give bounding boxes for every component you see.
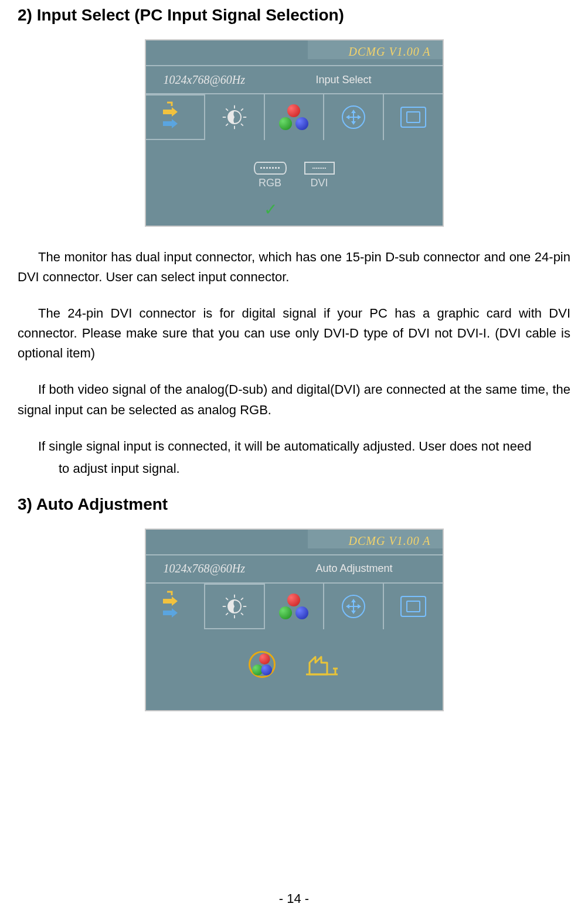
svg-line-6 — [241, 124, 243, 126]
position-icon — [324, 94, 384, 140]
check-icon: ✓ — [99, 200, 443, 217]
brightness-icon-2 — [205, 584, 265, 629]
svg-line-5 — [226, 108, 228, 111]
osd-main-icons — [146, 94, 443, 140]
section-3-heading: 3) Auto Adjustment — [18, 495, 570, 514]
section-2-heading: 2) Input Select (PC Input Signal Selecti… — [18, 6, 570, 25]
factory-reset-icon — [305, 651, 340, 678]
svg-line-17 — [241, 598, 243, 600]
rgb-label: RGB — [254, 177, 287, 189]
svg-line-16 — [226, 613, 228, 615]
osd-menu-title-2: Auto Adjustment — [316, 562, 393, 575]
brightness-icon — [205, 94, 265, 140]
osd-menu-title: Input Select — [316, 74, 372, 86]
position-icon-2 — [324, 584, 384, 629]
osd-screenshot-1: DCMG V1.00 A 1024x768@60Hz Input Select — [18, 39, 570, 227]
input-select-icon — [146, 94, 206, 140]
settings-icon — [384, 94, 443, 140]
svg-line-15 — [241, 613, 243, 615]
osd-resolution-2: 1024x768@60Hz — [164, 562, 316, 575]
dvi-label: DVI — [304, 177, 335, 189]
paragraph-3: If both video signal of the analog(D-sub… — [18, 380, 570, 420]
paragraph-4a: If single signal input is connected, it … — [18, 437, 570, 456]
osd-version-2: DCMG V1.00 A — [349, 534, 431, 548]
svg-line-7 — [226, 124, 228, 126]
color-icon-2 — [265, 584, 325, 629]
osd-screenshot-2: DCMG V1.00 A 1024x768@60Hz Auto Adjustme… — [18, 529, 570, 711]
dvi-option: DVI — [304, 162, 335, 189]
color-icon — [265, 94, 325, 140]
svg-line-14 — [226, 598, 228, 600]
paragraph-2: The 24-pin DVI connector is for digital … — [18, 304, 570, 363]
osd-main-icons-2 — [146, 584, 443, 629]
auto-color-icon — [249, 651, 276, 678]
input-select-icon-2 — [146, 584, 206, 629]
svg-line-8 — [241, 108, 243, 111]
page-number: - 14 - — [0, 891, 588, 906]
rgb-option: RGB — [254, 162, 287, 189]
osd-version: DCMG V1.00 A — [349, 45, 431, 59]
osd-resolution: 1024x768@60Hz — [164, 73, 316, 87]
paragraph-4b: to adjust input signal. — [18, 459, 570, 479]
settings-icon-2 — [384, 584, 443, 629]
paragraph-1: The monitor has dual input connector, wh… — [18, 247, 570, 287]
